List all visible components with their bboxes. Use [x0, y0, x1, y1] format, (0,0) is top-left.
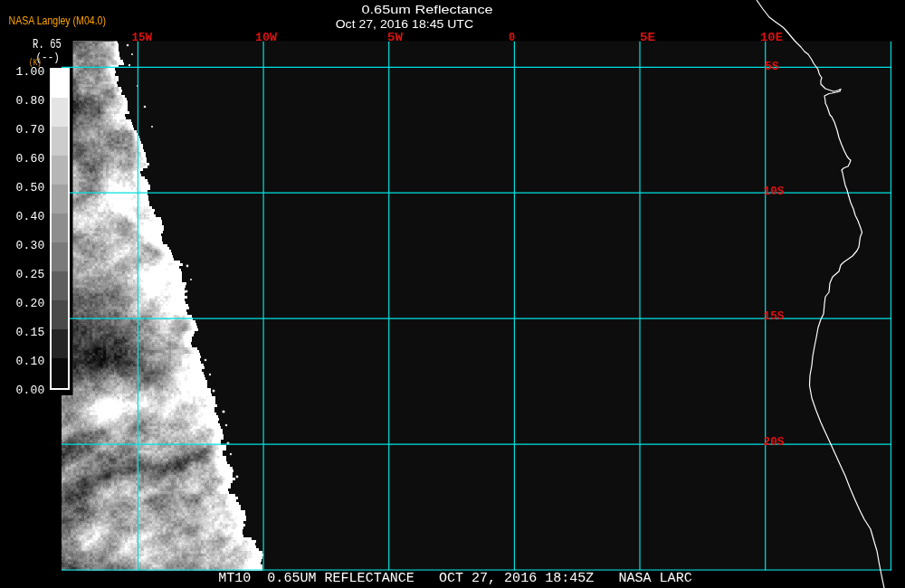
svg-text:5W: 5W: [387, 32, 404, 44]
svg-text:0.30: 0.30: [15, 239, 44, 252]
svg-text:0.60: 0.60: [15, 152, 44, 166]
svg-text:20S: 20S: [764, 436, 785, 449]
svg-text:15W: 15W: [131, 32, 153, 44]
svg-text:10E: 10E: [760, 32, 783, 44]
svg-text:0: 0: [509, 32, 515, 44]
svg-text:MT10 0.65UM REFLECTANCE OCT: MT10 0.65UM REFLECTANCE OCT 27, 2016 18:…: [218, 571, 692, 586]
svg-text:Oct 27, 2016 18:45 UTC: Oct 27, 2016 18:45 UTC: [336, 17, 474, 31]
svg-text:0.65um Reflectance: 0.65um Reflectance: [362, 3, 493, 16]
svg-text:10W: 10W: [255, 32, 278, 44]
svg-text:10S: 10S: [764, 185, 785, 198]
svg-text:0.40: 0.40: [15, 210, 44, 223]
svg-text:0.15: 0.15: [15, 326, 44, 339]
svg-text:0.10: 0.10: [15, 355, 44, 368]
svg-text:0.70: 0.70: [15, 123, 44, 137]
svg-text:NASA Langley (M04.0): NASA Langley (M04.0): [9, 14, 107, 27]
svg-text:0.25: 0.25: [15, 268, 44, 281]
svg-text:0.80: 0.80: [15, 94, 44, 108]
svg-text:0.20: 0.20: [15, 297, 44, 310]
svg-text:0.00: 0.00: [15, 384, 44, 397]
svg-text:(K): (K): [29, 57, 42, 68]
svg-text:5S: 5S: [765, 61, 779, 73]
svg-text:15S: 15S: [764, 310, 785, 323]
svg-text:5E: 5E: [640, 32, 655, 44]
svg-text:0.50: 0.50: [15, 181, 44, 194]
